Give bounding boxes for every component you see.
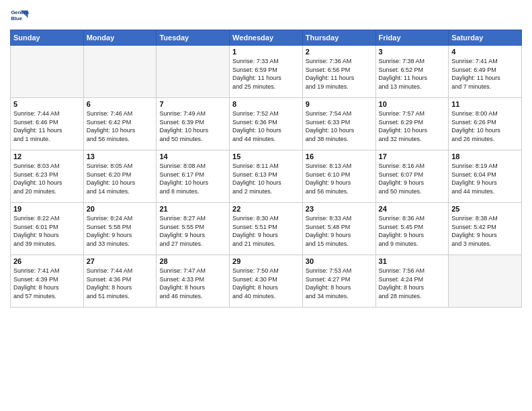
day-info: Sunrise: 7:46 AM Sunset: 6:42 PM Dayligh… bbox=[87, 109, 154, 143]
day-number: 8 bbox=[232, 100, 300, 108]
day-info: Sunrise: 7:36 AM Sunset: 6:56 PM Dayligh… bbox=[306, 57, 373, 91]
day-info: Sunrise: 7:41 AM Sunset: 6:49 PM Dayligh… bbox=[451, 57, 519, 91]
calendar-cell: 4Sunrise: 7:41 AM Sunset: 6:49 PM Daylig… bbox=[449, 46, 522, 98]
day-info: Sunrise: 7:44 AM Sunset: 6:46 PM Dayligh… bbox=[13, 109, 81, 143]
day-info: Sunrise: 8:03 AM Sunset: 6:23 PM Dayligh… bbox=[13, 162, 81, 195]
day-info: Sunrise: 8:08 AM Sunset: 6:17 PM Dayligh… bbox=[159, 162, 226, 195]
day-number: 13 bbox=[87, 152, 154, 161]
calendar-cell: 28Sunrise: 7:47 AM Sunset: 4:33 PM Dayli… bbox=[157, 255, 230, 308]
week-row-1: 1Sunrise: 7:33 AM Sunset: 6:59 PM Daylig… bbox=[11, 46, 522, 98]
week-row-2: 5Sunrise: 7:44 AM Sunset: 6:46 PM Daylig… bbox=[11, 98, 522, 150]
calendar-cell: 15Sunrise: 8:11 AM Sunset: 6:13 PM Dayli… bbox=[230, 150, 303, 203]
weekday-header-row: SundayMondayTuesdayWednesdayThursdayFrid… bbox=[11, 30, 522, 46]
day-number: 9 bbox=[306, 100, 373, 108]
day-number: 4 bbox=[451, 48, 519, 56]
logo: General Blue bbox=[10, 7, 32, 26]
calendar-cell: 27Sunrise: 7:44 AM Sunset: 4:36 PM Dayli… bbox=[83, 255, 157, 308]
calendar-cell: 25Sunrise: 8:38 AM Sunset: 5:42 PM Dayli… bbox=[449, 203, 522, 255]
day-number: 6 bbox=[87, 100, 154, 108]
weekday-header-monday: Monday bbox=[83, 30, 157, 46]
day-number: 12 bbox=[13, 152, 81, 161]
weekday-header-friday: Friday bbox=[375, 30, 449, 46]
day-info: Sunrise: 7:53 AM Sunset: 4:27 PM Dayligh… bbox=[306, 267, 373, 300]
day-info: Sunrise: 8:13 AM Sunset: 6:10 PM Dayligh… bbox=[306, 162, 373, 195]
day-info: Sunrise: 8:38 AM Sunset: 5:42 PM Dayligh… bbox=[451, 214, 519, 248]
day-number: 19 bbox=[13, 205, 81, 213]
week-row-5: 26Sunrise: 7:41 AM Sunset: 4:39 PM Dayli… bbox=[11, 255, 522, 308]
day-number: 28 bbox=[159, 257, 226, 265]
day-number: 15 bbox=[232, 152, 300, 161]
day-number: 30 bbox=[306, 257, 373, 265]
calendar-cell bbox=[11, 46, 84, 98]
calendar-cell: 17Sunrise: 8:16 AM Sunset: 6:07 PM Dayli… bbox=[375, 150, 449, 203]
calendar-cell: 30Sunrise: 7:53 AM Sunset: 4:27 PM Dayli… bbox=[302, 255, 375, 308]
day-info: Sunrise: 8:24 AM Sunset: 5:58 PM Dayligh… bbox=[87, 214, 154, 248]
day-info: Sunrise: 8:22 AM Sunset: 6:01 PM Dayligh… bbox=[13, 214, 81, 248]
day-number: 24 bbox=[379, 205, 446, 213]
week-row-3: 12Sunrise: 8:03 AM Sunset: 6:23 PM Dayli… bbox=[11, 150, 522, 203]
calendar-cell: 7Sunrise: 7:49 AM Sunset: 6:39 PM Daylig… bbox=[157, 98, 230, 150]
day-info: Sunrise: 7:54 AM Sunset: 6:33 PM Dayligh… bbox=[306, 109, 373, 143]
calendar-cell bbox=[449, 255, 522, 308]
page-container: General Blue SundayMondayTuesdayWednesda… bbox=[0, 0, 532, 314]
calendar-cell: 12Sunrise: 8:03 AM Sunset: 6:23 PM Dayli… bbox=[11, 150, 84, 203]
calendar-cell bbox=[157, 46, 230, 98]
day-number: 20 bbox=[87, 205, 154, 213]
day-number: 18 bbox=[451, 152, 519, 161]
header: General Blue bbox=[10, 7, 522, 26]
week-row-4: 19Sunrise: 8:22 AM Sunset: 6:01 PM Dayli… bbox=[11, 203, 522, 255]
calendar-cell: 26Sunrise: 7:41 AM Sunset: 4:39 PM Dayli… bbox=[11, 255, 84, 308]
calendar-cell: 21Sunrise: 8:27 AM Sunset: 5:55 PM Dayli… bbox=[157, 203, 230, 255]
day-info: Sunrise: 7:41 AM Sunset: 4:39 PM Dayligh… bbox=[13, 267, 81, 300]
day-info: Sunrise: 8:05 AM Sunset: 6:20 PM Dayligh… bbox=[87, 162, 154, 195]
calendar-cell: 1Sunrise: 7:33 AM Sunset: 6:59 PM Daylig… bbox=[230, 46, 303, 98]
day-number: 10 bbox=[379, 100, 446, 108]
day-number: 1 bbox=[232, 48, 300, 56]
day-info: Sunrise: 7:57 AM Sunset: 6:29 PM Dayligh… bbox=[379, 109, 446, 143]
calendar-cell: 22Sunrise: 8:30 AM Sunset: 5:51 PM Dayli… bbox=[230, 203, 303, 255]
calendar-cell: 20Sunrise: 8:24 AM Sunset: 5:58 PM Dayli… bbox=[83, 203, 157, 255]
day-info: Sunrise: 7:49 AM Sunset: 6:39 PM Dayligh… bbox=[159, 109, 226, 143]
weekday-header-saturday: Saturday bbox=[449, 30, 522, 46]
day-number: 16 bbox=[306, 152, 373, 161]
weekday-header-wednesday: Wednesday bbox=[230, 30, 303, 46]
calendar-cell: 8Sunrise: 7:52 AM Sunset: 6:36 PM Daylig… bbox=[230, 98, 303, 150]
day-number: 26 bbox=[13, 257, 81, 265]
calendar-cell: 16Sunrise: 8:13 AM Sunset: 6:10 PM Dayli… bbox=[302, 150, 375, 203]
day-number: 2 bbox=[306, 48, 373, 56]
svg-text:General: General bbox=[11, 9, 29, 15]
day-info: Sunrise: 7:44 AM Sunset: 4:36 PM Dayligh… bbox=[87, 267, 154, 300]
day-info: Sunrise: 7:33 AM Sunset: 6:59 PM Dayligh… bbox=[232, 57, 300, 91]
calendar-cell: 18Sunrise: 8:19 AM Sunset: 6:04 PM Dayli… bbox=[449, 150, 522, 203]
weekday-header-thursday: Thursday bbox=[302, 30, 375, 46]
calendar-cell: 2Sunrise: 7:36 AM Sunset: 6:56 PM Daylig… bbox=[302, 46, 375, 98]
day-info: Sunrise: 8:30 AM Sunset: 5:51 PM Dayligh… bbox=[232, 214, 300, 248]
day-number: 17 bbox=[379, 152, 446, 161]
calendar-cell: 29Sunrise: 7:50 AM Sunset: 4:30 PM Dayli… bbox=[230, 255, 303, 308]
calendar-table: SundayMondayTuesdayWednesdayThursdayFrid… bbox=[10, 30, 522, 308]
day-number: 14 bbox=[159, 152, 226, 161]
day-number: 29 bbox=[232, 257, 300, 265]
day-info: Sunrise: 8:36 AM Sunset: 5:45 PM Dayligh… bbox=[379, 214, 446, 248]
day-info: Sunrise: 8:33 AM Sunset: 5:48 PM Dayligh… bbox=[306, 214, 373, 248]
calendar-cell: 13Sunrise: 8:05 AM Sunset: 6:20 PM Dayli… bbox=[83, 150, 157, 203]
day-number: 31 bbox=[379, 257, 446, 265]
calendar-cell: 19Sunrise: 8:22 AM Sunset: 6:01 PM Dayli… bbox=[11, 203, 84, 255]
day-number: 5 bbox=[13, 100, 81, 108]
day-info: Sunrise: 8:00 AM Sunset: 6:26 PM Dayligh… bbox=[451, 109, 519, 143]
day-info: Sunrise: 8:27 AM Sunset: 5:55 PM Dayligh… bbox=[159, 214, 226, 248]
calendar-cell bbox=[83, 46, 157, 98]
day-info: Sunrise: 8:16 AM Sunset: 6:07 PM Dayligh… bbox=[379, 162, 446, 195]
day-number: 23 bbox=[306, 205, 373, 213]
calendar-cell: 24Sunrise: 8:36 AM Sunset: 5:45 PM Dayli… bbox=[375, 203, 449, 255]
day-number: 7 bbox=[159, 100, 226, 108]
day-info: Sunrise: 8:11 AM Sunset: 6:13 PM Dayligh… bbox=[232, 162, 300, 195]
day-number: 22 bbox=[232, 205, 300, 213]
day-info: Sunrise: 7:47 AM Sunset: 4:33 PM Dayligh… bbox=[159, 267, 226, 300]
calendar-cell: 23Sunrise: 8:33 AM Sunset: 5:48 PM Dayli… bbox=[302, 203, 375, 255]
day-number: 25 bbox=[451, 205, 519, 213]
day-number: 21 bbox=[159, 205, 226, 213]
day-info: Sunrise: 7:56 AM Sunset: 4:24 PM Dayligh… bbox=[379, 267, 446, 300]
day-info: Sunrise: 7:50 AM Sunset: 4:30 PM Dayligh… bbox=[232, 267, 300, 300]
calendar-cell: 3Sunrise: 7:38 AM Sunset: 6:52 PM Daylig… bbox=[375, 46, 449, 98]
